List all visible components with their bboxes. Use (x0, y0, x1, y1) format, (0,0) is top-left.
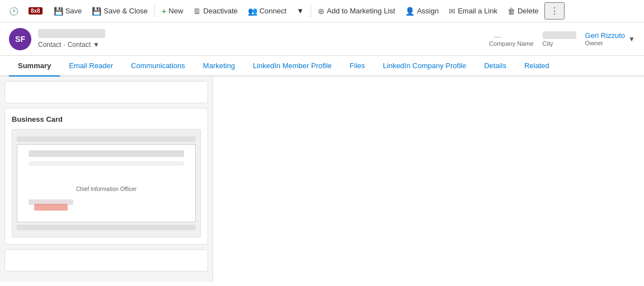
tab-related[interactable]: Related (515, 56, 558, 77)
tab-linkedin-company[interactable]: LinkedIn Company Profile (374, 56, 475, 77)
divider-2 (311, 4, 311, 18)
badge-label: 8x8 (29, 7, 43, 15)
more-options-button[interactable]: ⋮ (544, 2, 565, 20)
delete-icon: 🗑 (507, 7, 515, 16)
dropdown-arrow-button[interactable]: ▼ (292, 4, 308, 17)
marketing-icon: ⊛ (318, 7, 325, 16)
tab-email-reader[interactable]: Email Reader (60, 56, 122, 77)
city-value (543, 31, 576, 39)
tab-marketing[interactable]: Marketing (194, 56, 244, 77)
owner-info: Geri Rizzuto Owner (585, 31, 626, 46)
record-title-area: Contact · Contact ▼ (38, 29, 489, 49)
tab-summary[interactable]: Summary (9, 56, 60, 77)
history-button[interactable]: 🕑 (4, 4, 23, 18)
tab-linkedin-member[interactable]: LinkedIn Member Profile (244, 56, 341, 77)
record-type-chevron[interactable]: ▼ (93, 41, 100, 49)
record-type-secondary[interactable]: Contact (68, 41, 91, 49)
email-link-button[interactable]: ✉ Email a Link (444, 4, 502, 18)
record-type: Contact · Contact ▼ (38, 41, 489, 49)
deactivate-icon: 🗏 (193, 7, 201, 16)
new-button[interactable]: + New (157, 4, 187, 18)
left-panel: Business Card Chief Information Officer (0, 77, 213, 282)
business-card-section: Business Card Chief Information Officer (4, 108, 208, 245)
company-name-label: Company Name (489, 40, 533, 47)
assign-icon: 👤 (405, 7, 415, 16)
header-fields: --- Company Name City (489, 31, 576, 47)
owner-chevron-icon[interactable]: ▼ (628, 35, 635, 43)
owner-area[interactable]: Geri Rizzuto Owner ▼ (585, 31, 635, 46)
new-icon: + (162, 7, 166, 16)
tabs-bar: Summary Email Reader Communications Mark… (0, 56, 644, 77)
email-icon: ✉ (449, 7, 455, 16)
city-label: City (543, 40, 553, 47)
avatar: SF (9, 28, 31, 50)
save-button[interactable]: 💾 Save (49, 4, 87, 18)
divider-1 (154, 4, 155, 18)
blurred-info-bar (29, 161, 184, 166)
assign-button[interactable]: 👤 Assign (401, 4, 443, 18)
blurred-bar-top (17, 136, 196, 142)
history-icon: 🕑 (9, 7, 18, 16)
top-card (4, 81, 208, 103)
owner-name[interactable]: Geri Rizzuto (585, 31, 626, 40)
company-name-field: --- Company Name (489, 31, 533, 47)
deactivate-button[interactable]: 🗏 Deactivate (189, 4, 242, 18)
blurred-name-bar (29, 150, 184, 157)
business-card-image: Chief Information Officer (17, 144, 196, 222)
record-header: SF Contact · Contact ▼ --- Company Name … (0, 22, 644, 56)
tab-communications[interactable]: Communications (122, 56, 194, 77)
chevron-down-icon: ▼ (297, 7, 304, 15)
connect-icon: 👥 (248, 7, 257, 16)
main-content: Business Card Chief Information Officer (0, 77, 644, 282)
job-title-text: Chief Information Officer (76, 186, 137, 192)
connect-button[interactable]: 👥 Connect (243, 4, 291, 18)
toolbar: 🕑 8x8 💾 Save 💾 Save & Close + New 🗏 Deac… (0, 0, 644, 22)
save-close-icon: 💾 (92, 7, 101, 16)
business-card-title: Business Card (12, 115, 201, 123)
blurred-logo-bar (34, 204, 68, 211)
business-card-container: Chief Information Officer (12, 129, 201, 237)
city-field: City (543, 31, 576, 47)
tab-files[interactable]: Files (341, 56, 374, 77)
delete-button[interactable]: 🗑 Delete (503, 4, 543, 18)
save-close-button[interactable]: 💾 Save & Close (87, 4, 152, 18)
right-panel (213, 77, 644, 282)
badge-button[interactable]: 8x8 (24, 5, 48, 17)
add-marketing-button[interactable]: ⊛ Add to Marketing List (313, 4, 399, 18)
blurred-bar-bottom (17, 225, 196, 230)
record-type-primary[interactable]: Contact (38, 41, 61, 49)
bottom-card (4, 249, 208, 271)
owner-label: Owner (585, 40, 626, 46)
save-icon: 💾 (54, 7, 63, 16)
company-name-value: --- (489, 31, 523, 39)
tab-details[interactable]: Details (475, 56, 515, 77)
record-name (38, 29, 105, 38)
